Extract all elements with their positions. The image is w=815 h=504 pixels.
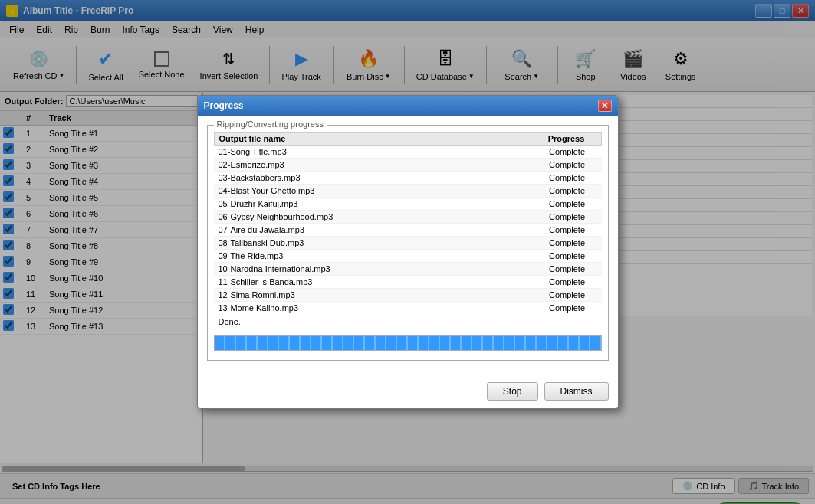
modal-body: Ripping/Converting progress Output file … — [198, 116, 618, 378]
progress-file-name: 02-Esmerize.mp3 — [214, 159, 533, 171]
progress-file-row: 02-Esmerize.mp3 Complete — [214, 159, 602, 172]
progress-file-name: 11-Schiller_s Banda.mp3 — [214, 276, 533, 288]
progress-modal: Progress ✕ Ripping/Converting progress O… — [197, 95, 619, 409]
progress-file-status: Complete — [533, 237, 602, 249]
progress-file-row: 03-Backstabbers.mp3 Complete — [214, 172, 602, 185]
progress-file-name: 13-Mome Kalino.mp3 — [214, 302, 533, 314]
progress-file-name: 01-Song Title.mp3 — [214, 146, 533, 158]
progress-file-row: 07-Aire du Jawala.mp3 Complete — [214, 224, 602, 237]
col-progress-header: Progress — [532, 133, 601, 145]
progress-group: Ripping/Converting progress Output file … — [207, 125, 609, 361]
dismiss-button[interactable]: Dismiss — [544, 382, 609, 401]
progress-file-name: 08-Talibanski Dub.mp3 — [214, 237, 533, 249]
progress-bar-fill — [215, 336, 601, 350]
progress-file-status: Complete — [533, 250, 602, 262]
progress-rows: 01-Song Title.mp3 Complete 02-Esmerize.m… — [214, 146, 602, 314]
progress-file-row: 10-Narodna International.mp3 Complete — [214, 263, 602, 276]
progress-file-row: 13-Mome Kalino.mp3 Complete — [214, 302, 602, 314]
modal-close-button[interactable]: ✕ — [598, 100, 612, 112]
progress-file-name: 05-Druzhr Kaifuj.mp3 — [214, 198, 533, 210]
progress-file-row: 09-The Ride.mp3 Complete — [214, 250, 602, 263]
progress-file-name: 07-Aire du Jawala.mp3 — [214, 224, 533, 236]
progress-file-status: Complete — [533, 159, 602, 171]
progress-table-header: Output file name Progress — [214, 132, 602, 146]
progress-bar-container — [214, 335, 602, 351]
progress-file-status: Complete — [533, 263, 602, 275]
progress-file-row: 12-Sima Romni.mp3 Complete — [214, 289, 602, 302]
progress-file-status: Complete — [533, 146, 602, 158]
progress-file-status: Complete — [533, 276, 602, 288]
done-text: Done. — [214, 314, 602, 329]
progress-file-row: 01-Song Title.mp3 Complete — [214, 146, 602, 159]
progress-file-name: 06-Gypsy Neighbourhood.mp3 — [214, 211, 533, 223]
stop-button[interactable]: Stop — [487, 382, 538, 401]
progress-file-status: Complete — [533, 185, 602, 197]
progress-file-status: Complete — [533, 198, 602, 210]
progress-file-status: Complete — [533, 289, 602, 301]
progress-file-name: 03-Backstabbers.mp3 — [214, 172, 533, 184]
progress-file-name: 12-Sima Romni.mp3 — [214, 289, 533, 301]
progress-file-row: 11-Schiller_s Banda.mp3 Complete — [214, 276, 602, 289]
progress-file-status: Complete — [533, 172, 602, 184]
progress-file-name: 10-Narodna International.mp3 — [214, 263, 533, 275]
modal-footer: Stop Dismiss — [198, 378, 618, 408]
col-file-header: Output file name — [215, 133, 532, 145]
progress-group-label: Ripping/Converting progress — [214, 119, 327, 129]
progress-file-row: 05-Druzhr Kaifuj.mp3 Complete — [214, 198, 602, 211]
progress-file-name: 09-The Ride.mp3 — [214, 250, 533, 262]
progress-file-status: Complete — [533, 211, 602, 223]
progress-file-name: 04-Blast Your Ghetto.mp3 — [214, 185, 533, 197]
progress-file-status: Complete — [533, 224, 602, 236]
progress-file-row: 06-Gypsy Neighbourhood.mp3 Complete — [214, 211, 602, 224]
modal-title-bar: Progress ✕ — [198, 96, 618, 116]
progress-file-row: 08-Talibanski Dub.mp3 Complete — [214, 237, 602, 250]
progress-file-status: Complete — [533, 302, 602, 314]
modal-overlay: Progress ✕ Ripping/Converting progress O… — [0, 0, 815, 504]
progress-file-row: 04-Blast Your Ghetto.mp3 Complete — [214, 185, 602, 198]
modal-title: Progress — [204, 100, 244, 111]
